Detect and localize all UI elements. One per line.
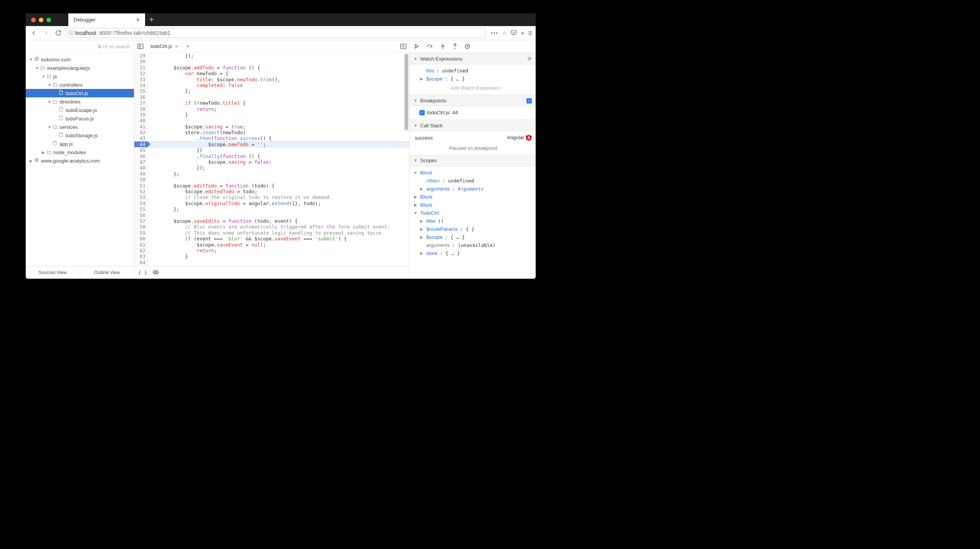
tree-item[interactable]: ▼directives [26,97,134,106]
line-number[interactable]: 52 [134,189,145,194]
close-tab-icon[interactable]: × [136,16,140,23]
blackbox-icon[interactable] [152,270,159,276]
line-number[interactable]: 33 [134,77,145,82]
tree-item[interactable]: ▼js [26,72,134,81]
minimize-window-icon[interactable] [39,18,43,22]
new-tab-button[interactable]: + [145,13,158,26]
zoom-window-icon[interactable] [46,18,51,22]
bookmark-star-icon[interactable]: ☆ [502,30,507,36]
tree-item[interactable]: todoCtrl.js [26,89,134,97]
scope-item[interactable]: ▶Block [413,193,532,201]
outline-view-tab[interactable]: Outline View [80,266,134,279]
new-editor-tab-icon[interactable]: + [182,40,193,53]
line-number[interactable]: 39 [134,112,145,118]
scopes-header[interactable]: ▼ Scopes [409,155,536,166]
line-number[interactable]: 38 [134,106,145,112]
deactivate-breakpoints-icon[interactable] [465,44,470,49]
breakpoints-toggle-all[interactable]: ✓ [526,98,532,104]
line-number[interactable]: 48 [134,165,145,171]
step-out-icon[interactable] [452,43,458,49]
line-number[interactable]: 45 [134,147,145,153]
line-number[interactable]: 41 [134,124,145,130]
menu-icon[interactable]: ☰ [528,30,533,36]
tree-item[interactable]: ▼todomvc.com [26,55,134,64]
scope-item[interactable]: ▶arguments: Arguments [413,185,532,193]
close-window-icon[interactable] [31,18,36,22]
watch-expression[interactable]: this: undefined [419,67,532,75]
back-button[interactable] [29,28,39,38]
url-field[interactable]: ⓘ localhost:8000/?firefox-tab=child1/tab… [66,28,485,38]
forward-button[interactable] [41,28,51,38]
scope-item[interactable]: ▶Block [413,201,532,209]
tree-item[interactable]: ▼controllers [26,81,134,89]
line-number[interactable]: 54 [134,201,145,206]
breakpoint-checkbox[interactable]: ✓ [419,110,425,115]
breakpoint-item[interactable]: ✓ todoCtrl.js: 44 [419,108,532,117]
line-number[interactable]: 59 [134,230,145,236]
line-number[interactable]: 29 [134,53,145,59]
line-number[interactable]: 35 [134,88,145,94]
line-number[interactable]: 30 [134,59,145,64]
reload-button[interactable] [53,28,63,38]
tree-item[interactable]: ▶www.google-analytics.com [26,156,134,165]
breakpoints-header[interactable]: ▼ Breakpoints ✓ [409,95,536,106]
line-number[interactable]: 60 [134,236,145,242]
line-number[interactable]: 53 [134,194,145,200]
tree-item[interactable]: app.js [26,140,134,148]
line-number[interactable]: 40 [134,118,145,123]
pocket-icon[interactable] [511,30,517,37]
scope-item[interactable]: arguments: (unavailable) [413,241,532,249]
line-number[interactable]: 43 [134,135,145,141]
scope-item[interactable]: ▼TodoCtrl [413,209,532,217]
line-number[interactable]: 37 [134,100,145,106]
toggle-sources-icon[interactable] [134,40,147,53]
step-over-icon[interactable] [426,44,433,49]
callstack-header[interactable]: ▼ Call Stack [409,120,536,131]
tree-item[interactable]: ▼services [26,123,134,131]
line-number[interactable]: 62 [134,248,145,253]
add-watch-expression[interactable]: Add Watch Expression [419,83,532,92]
tree-item[interactable]: todoStorage.js [26,131,134,140]
line-number[interactable]: 49 [134,171,145,177]
watch-expression[interactable]: ▶$scope: { … } [419,75,532,83]
editor-scrollbar-thumb[interactable] [404,54,408,130]
line-number[interactable]: 46 [134,153,145,159]
scope-item[interactable]: ▶$scope: { … } [413,233,532,241]
browser-tab-active[interactable]: Debugger × [68,13,145,26]
line-number[interactable]: 36 [134,94,145,100]
refresh-watch-icon[interactable]: ⟳ [528,56,532,62]
scope-item[interactable]: ▶$routeParams: { } [413,225,532,233]
line-number[interactable]: 31 [134,65,145,71]
scope-item[interactable]: <this>: undefined [413,177,532,185]
line-number[interactable]: 61 [134,242,145,248]
line-number[interactable]: 55 [134,206,145,212]
line-number[interactable]: 50 [134,177,145,182]
step-in-icon[interactable] [440,43,445,49]
line-number[interactable]: 47 [134,159,145,165]
sources-view-tab[interactable]: Sources View [26,266,80,279]
line-number[interactable]: 58 [134,224,145,230]
close-editor-tab-icon[interactable]: × [175,43,178,49]
line-number[interactable]: 51 [134,183,145,189]
sources-search[interactable]: ⌘+P to search [26,40,134,53]
line-number[interactable]: 64 [134,260,145,265]
resume-icon[interactable] [414,44,419,49]
page-actions-icon[interactable]: ••• [491,30,498,36]
scope-item[interactable]: ▼Block [413,169,532,177]
code-editor[interactable]: 2930313233343536373839404142434445464748… [134,53,409,266]
callstack-frame[interactable]: successAngularA [415,133,532,142]
scope-item[interactable]: ▶store: { … } [413,249,532,257]
line-number[interactable]: 57 [134,218,145,224]
code-area[interactable]: }); $scope.addTodo = function () { var n… [148,53,409,266]
line-number[interactable]: 42 [134,130,145,135]
tree-item[interactable]: ▼examples/angularjs [26,64,134,72]
line-number[interactable]: 63 [134,253,145,259]
line-number-gutter[interactable]: 2930313233343536373839404142434445464748… [134,53,148,266]
tree-item[interactable]: ▶node_modules [26,148,134,156]
line-number[interactable]: 34 [134,82,145,88]
tree-item[interactable]: todoFocus.js [26,114,134,123]
watch-header[interactable]: ▼ Watch Expressions ⟳ [409,53,536,64]
site-identity-icon[interactable]: ⓘ [68,30,74,36]
overflow-icon[interactable]: » [521,30,524,36]
line-number[interactable]: 56 [134,212,145,218]
